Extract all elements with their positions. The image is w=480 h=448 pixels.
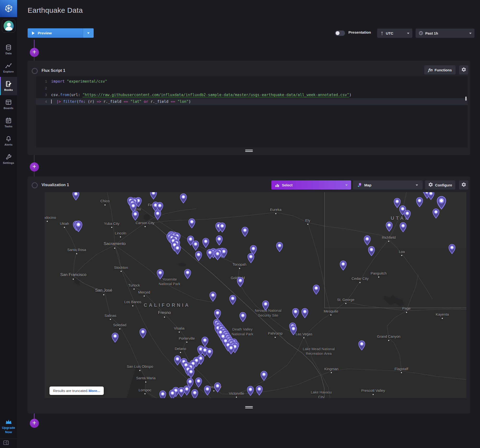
add-cell-button[interactable]: +: [30, 162, 39, 171]
map-pin[interactable]: [256, 386, 262, 395]
code-line: 3csv.from(url: "https://raw.githubuserco…: [36, 92, 468, 98]
map-pin[interactable]: [216, 236, 222, 245]
sidebar-item-explore[interactable]: Explore: [0, 59, 17, 77]
map-pin[interactable]: [193, 241, 199, 250]
map-pin[interactable]: [214, 310, 221, 319]
map-pin[interactable]: [210, 292, 216, 301]
map-pin[interactable]: [202, 337, 208, 346]
avatar[interactable]: [2, 19, 15, 33]
more-link[interactable]: More...: [89, 389, 100, 393]
map-pin[interactable]: [262, 301, 269, 310]
cell-node-icon[interactable]: [32, 68, 38, 74]
map-pin[interactable]: [188, 369, 194, 378]
map-pin[interactable]: [214, 383, 221, 392]
map-pin[interactable]: [230, 295, 236, 305]
influxdb-logo-icon[interactable]: [0, 0, 17, 17]
map-pin[interactable]: [157, 270, 163, 279]
configure-button[interactable]: Configure: [425, 180, 455, 190]
cell-settings-button[interactable]: [459, 65, 468, 74]
map-pin[interactable]: [155, 210, 161, 220]
map-pin[interactable]: [428, 192, 434, 200]
visualization-type-dropdown[interactable]: Map: [353, 180, 423, 190]
preview-button[interactable]: Preview: [28, 28, 94, 38]
select-dropdown[interactable]: Select: [271, 180, 351, 190]
map-pin[interactable]: [184, 269, 191, 279]
map-pin[interactable]: [180, 194, 187, 203]
map-pin[interactable]: [302, 308, 308, 318]
cell-title: Visualization 1: [42, 183, 69, 187]
map-pin[interactable]: [247, 386, 254, 396]
map-pin[interactable]: [248, 253, 254, 263]
map-pin[interactable]: [214, 250, 221, 260]
preview-dropdown-toggle[interactable]: [83, 28, 94, 38]
sidebar-item-books[interactable]: Books: [0, 77, 17, 95]
map-pin[interactable]: [261, 371, 267, 381]
time-range-value: Past 1h: [425, 31, 438, 35]
database-icon: [5, 44, 12, 51]
map-pin[interactable]: [189, 219, 195, 228]
map-pin[interactable]: [404, 210, 410, 220]
map-pin[interactable]: [313, 285, 319, 294]
map-pin[interactable]: [196, 251, 202, 261]
cell-resize-handle[interactable]: [245, 149, 253, 153]
map-pin[interactable]: [130, 202, 136, 212]
map-pin[interactable]: [206, 348, 213, 358]
map-pin[interactable]: [449, 244, 455, 254]
map-pin[interactable]: [359, 341, 365, 350]
map-pin[interactable]: [203, 238, 209, 248]
line-number: 1: [36, 78, 51, 85]
map-pin[interactable]: [169, 390, 176, 398]
sidebar-expand-button[interactable]: [3, 440, 9, 447]
map-pin[interactable]: [192, 389, 198, 398]
map-pin[interactable]: [228, 345, 234, 354]
map-pin[interactable]: [437, 197, 446, 209]
presentation-toggle[interactable]: [335, 30, 345, 36]
map-pin[interactable]: [174, 356, 181, 365]
sidebar-item-alerts[interactable]: Alerts: [0, 132, 17, 150]
map-pin[interactable]: [204, 386, 211, 395]
cell-node-icon[interactable]: [32, 182, 38, 188]
map-pin[interactable]: [132, 211, 139, 220]
add-cell-button[interactable]: +: [30, 419, 39, 428]
sidebar-item-data[interactable]: Data: [0, 40, 17, 59]
map-pin[interactable]: [394, 198, 400, 207]
cell-resize-handle[interactable]: [245, 405, 253, 409]
map-pin[interactable]: [386, 222, 392, 231]
chevron-down-icon: [469, 33, 472, 35]
sidebar-item-settings[interactable]: Settings: [0, 150, 17, 168]
map-pin[interactable]: [150, 192, 156, 199]
map-pin[interactable]: [174, 245, 181, 254]
upgrade-button[interactable]: Upgrade Now: [0, 418, 17, 434]
map-pin[interactable]: [292, 308, 299, 318]
add-cell-button[interactable]: +: [30, 48, 39, 57]
map-pin[interactable]: [364, 236, 370, 245]
timezone-dropdown[interactable]: UTC: [377, 28, 412, 38]
map-pin[interactable]: [112, 333, 118, 342]
map-pin[interactable]: [196, 378, 202, 387]
map-pin[interactable]: [416, 198, 423, 207]
map-visualization[interactable]: ChicoFernleyRenoEurekaMendocinoUTAHElyCa…: [45, 192, 466, 398]
map-pin[interactable]: [276, 242, 283, 252]
map-pin[interactable]: [400, 222, 406, 232]
map-pin[interactable]: [433, 209, 439, 218]
sidebar-item-boards[interactable]: Boards: [0, 95, 17, 113]
line-number: 3: [36, 92, 51, 98]
map-pin[interactable]: [237, 277, 243, 287]
map-pin[interactable]: [73, 192, 79, 200]
map-pin[interactable]: [178, 387, 184, 397]
scrollbar-thumb[interactable]: [465, 97, 466, 101]
map-pin[interactable]: [368, 246, 374, 256]
flux-code-editor[interactable]: 1import "experimental/csv"23csv.from(url…: [36, 76, 468, 148]
map-pin[interactable]: [240, 312, 246, 322]
divider: [0, 439, 17, 439]
map-pin[interactable]: [160, 391, 166, 398]
map-pin[interactable]: [140, 329, 146, 338]
map-pin[interactable]: [242, 227, 248, 236]
map-pin[interactable]: [290, 326, 296, 335]
time-range-dropdown[interactable]: Past 1h: [416, 28, 474, 38]
sidebar-item-tasks[interactable]: Tasks: [0, 113, 17, 132]
cell-settings-button[interactable]: [459, 180, 468, 190]
functions-button[interactable]: ƒn Functions: [424, 65, 456, 74]
map-pin[interactable]: [340, 261, 346, 270]
map-pin[interactable]: [207, 249, 213, 259]
